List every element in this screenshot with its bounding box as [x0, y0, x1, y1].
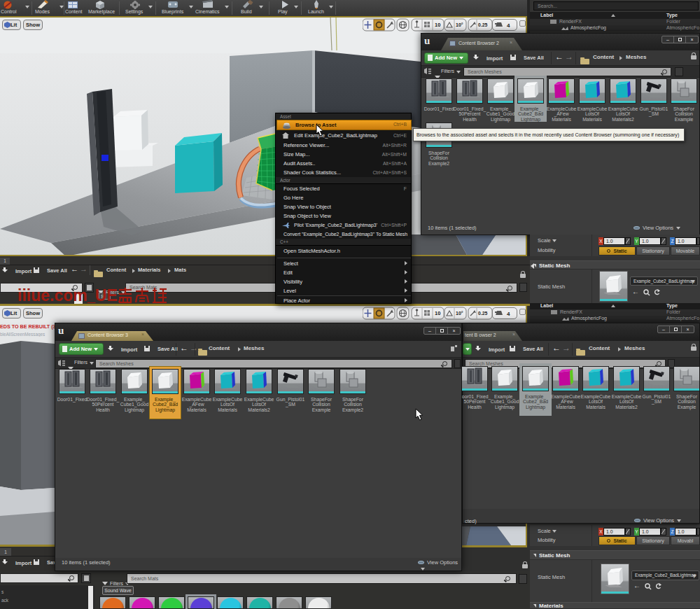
svg-text:0.25: 0.25	[478, 22, 487, 27]
svg-text:10: 10	[435, 22, 440, 28]
svg-text:10°: 10°	[456, 311, 463, 316]
svg-text:10°: 10°	[456, 22, 463, 27]
svg-text:4: 4	[507, 22, 510, 29]
svg-text:4: 4	[507, 311, 510, 317]
svg-text:10: 10	[435, 310, 440, 316]
svg-text:0.25: 0.25	[478, 311, 487, 316]
